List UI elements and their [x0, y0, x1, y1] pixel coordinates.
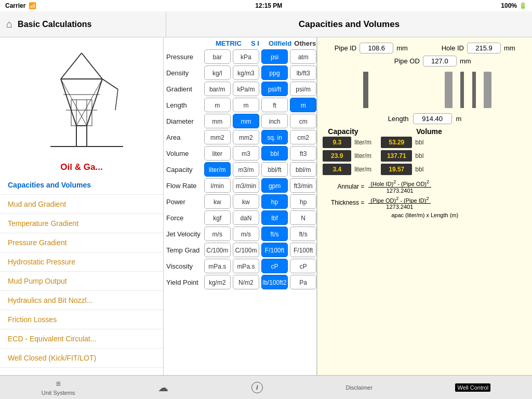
unit-row-label-12: Temp Grad: [164, 246, 202, 254]
unit-btn-length-others[interactable]: m: [290, 98, 316, 112]
sidebar-nav-item-5[interactable]: Mud Pump Output: [0, 272, 163, 291]
unit-btn-viscosity-others[interactable]: cP: [290, 259, 316, 273]
col-header-oilfield: Oilfield: [269, 39, 291, 47]
battery-icon: 🔋: [519, 2, 527, 9]
sidebar-nav-item-3[interactable]: Pressure Gradient: [0, 233, 163, 252]
annular-formula-row: Annular = (Hole ID)2 - (Pipe OD)2 1273.2…: [323, 179, 527, 194]
unit-btn-volume-si[interactable]: m3: [233, 146, 259, 161]
unit-btn-density-others[interactable]: lb/ft3: [290, 65, 316, 80]
unit-btn-yield-point-metric[interactable]: kg/m2: [204, 275, 231, 289]
unit-btn-area-others[interactable]: cm2: [290, 130, 316, 144]
unit-btn-gradient-metric[interactable]: bar/m: [204, 82, 231, 96]
sidebar-nav-item-4[interactable]: Hydrostatic Pressure: [0, 252, 163, 272]
unit-btn-flow-rate-si[interactable]: m3/min: [233, 178, 259, 193]
unit-row-label-14: Yield Point: [164, 278, 202, 286]
unit-btn-force-si[interactable]: daN: [233, 210, 259, 225]
result-row-0: 9.3 liter/m 53.29 bbl: [323, 137, 527, 148]
unit-btn-diameter-metric[interactable]: mm: [204, 114, 231, 128]
unit-btn-capacity-others[interactable]: bbl/m: [290, 162, 316, 177]
unit-row-14: Yield Pointkg/m2N/m2lb/100ft2Pa: [164, 275, 316, 289]
unit-btn-capacity-metric[interactable]: liter/m: [204, 162, 231, 177]
sidebar-nav-item-2[interactable]: Temperature Gradient: [0, 214, 163, 233]
sidebar-nav-item-1[interactable]: Mud and Gradient: [0, 195, 163, 214]
unit-btn-capacity-si[interactable]: m3/m: [233, 162, 259, 177]
unit-btn-power-si[interactable]: kw: [233, 194, 259, 209]
unit-btn-yield-point-oilfield[interactable]: lb/100ft2: [261, 275, 288, 289]
unit-btn-jet-velocity-metric[interactable]: m/s: [204, 227, 231, 241]
unit-btn-pressure-others[interactable]: atm: [290, 49, 316, 64]
col-header-others: Others: [294, 39, 316, 47]
unit-row-10: ForcekgfdaNlbfN: [164, 210, 316, 225]
unit-btn-volume-others[interactable]: ft3: [290, 146, 316, 161]
sidebar-nav-item-0[interactable]: Capacities and Volumes: [0, 176, 163, 195]
unit-btn-viscosity-si[interactable]: mPa.s: [233, 259, 259, 273]
pipe-od-input[interactable]: [423, 56, 457, 66]
unit-btn-diameter-others[interactable]: cm: [290, 114, 316, 128]
unit-btn-yield-point-others[interactable]: Pa: [290, 275, 316, 289]
unit-btn-power-metric[interactable]: kw: [204, 194, 231, 209]
unit-btn-pressure-oilfield[interactable]: psi: [261, 49, 288, 64]
unit-btn-volume-oilfield[interactable]: bbl: [261, 146, 288, 161]
unit-btn-flow-rate-others[interactable]: ft3/min: [290, 178, 316, 193]
unit-btn-diameter-oilfield[interactable]: inch: [261, 114, 288, 128]
hole-id-label: Hole ID: [442, 44, 464, 52]
home-icon[interactable]: ⌂: [6, 18, 12, 30]
unit-btn-length-oilfield[interactable]: ft: [261, 98, 288, 112]
unit-row-2: Gradientbar/mkPa/mpsi/ftpsi/m: [164, 82, 316, 96]
sidebar-nav-item-7[interactable]: Friction Losses: [0, 310, 163, 329]
sidebar-nav-item-9[interactable]: Well Closed (Kick/FIT/LOT): [0, 349, 163, 368]
unit-btn-jet-velocity-si[interactable]: m/s: [233, 227, 259, 241]
toolbar-download[interactable]: ☁: [158, 381, 168, 394]
toolbar-unit-systems[interactable]: ≡ Unit Systems: [42, 379, 75, 396]
unit-btn-area-si[interactable]: mm2: [233, 130, 259, 144]
unit-btn-viscosity-metric[interactable]: mPa.s: [204, 259, 231, 273]
unit-btn-power-others[interactable]: hp: [290, 194, 316, 209]
unit-btn-density-oilfield[interactable]: ppg: [261, 65, 288, 80]
result-capacity-unit-1: liter/m: [354, 152, 378, 159]
unit-btn-temp-grad-oilfield[interactable]: F/100ft: [261, 243, 288, 257]
header-right: Capacities and Volumes: [166, 11, 532, 37]
svg-line-11: [102, 79, 118, 89]
unit-btn-jet-velocity-others[interactable]: ft/s: [290, 227, 316, 241]
header: ⌂ Basic Calculations Capacities and Volu…: [0, 11, 532, 37]
unit-btn-volume-metric[interactable]: liter: [204, 146, 231, 161]
unit-btn-temp-grad-metric[interactable]: C/100m: [204, 243, 231, 257]
unit-btn-area-metric[interactable]: mm2: [204, 130, 231, 144]
unit-btn-temp-grad-si[interactable]: C/100m: [233, 243, 259, 257]
toolbar-disclaimer[interactable]: Disclaimer: [345, 384, 372, 391]
length-input[interactable]: [413, 113, 452, 124]
unit-btn-yield-point-si[interactable]: N/m2: [233, 275, 259, 289]
sidebar-nav-item-6[interactable]: Hydraulics and Bit Nozzl...: [0, 291, 163, 310]
unit-row-label-3: Length: [164, 101, 202, 109]
unit-btn-flow-rate-metric[interactable]: l/min: [204, 178, 231, 193]
unit-btn-viscosity-oilfield[interactable]: cP: [261, 259, 288, 273]
unit-btn-length-metric[interactable]: m: [204, 98, 231, 112]
unit-btn-diameter-si[interactable]: mm: [233, 114, 259, 128]
unit-btn-gradient-others[interactable]: psi/m: [290, 82, 316, 96]
unit-btn-area-oilfield[interactable]: sq. in: [261, 130, 288, 144]
toolbar-well-control[interactable]: Well Control: [455, 383, 490, 392]
unit-btn-force-others[interactable]: N: [290, 210, 316, 225]
unit-btn-density-metric[interactable]: kg/l: [204, 65, 231, 80]
svg-rect-16: [363, 72, 368, 108]
unit-btn-pressure-si[interactable]: kPa: [233, 49, 259, 64]
top-inputs-row: Pipe ID mm Hole ID mm: [323, 43, 527, 54]
unit-btn-capacity-oilfield[interactable]: bbl/ft: [261, 162, 288, 177]
unit-btn-flow-rate-oilfield[interactable]: gpm: [261, 178, 288, 193]
unit-btn-pressure-metric[interactable]: bar: [204, 49, 231, 64]
unit-btn-length-si[interactable]: m: [233, 98, 259, 112]
unit-btn-density-si[interactable]: kg/m3: [233, 65, 259, 80]
unit-btn-temp-grad-others[interactable]: F/100ft: [290, 243, 316, 257]
unit-btn-gradient-si[interactable]: kPa/m: [233, 82, 259, 96]
pipe-id-group: Pipe ID mm: [335, 43, 408, 54]
sidebar-nav-item-8[interactable]: ECD - Equivalent Circulat...: [0, 329, 163, 349]
unit-btn-force-metric[interactable]: kgf: [204, 210, 231, 225]
svg-line-5: [82, 53, 102, 79]
unit-btn-force-oilfield[interactable]: lbf: [261, 210, 288, 225]
pipe-id-input[interactable]: [360, 43, 393, 54]
unit-btn-jet-velocity-oilfield[interactable]: ft/s: [261, 227, 288, 241]
unit-btn-gradient-oilfield[interactable]: psi/ft: [261, 82, 288, 96]
hole-id-input[interactable]: [467, 43, 501, 54]
toolbar-info[interactable]: i: [251, 382, 263, 393]
unit-btn-power-oilfield[interactable]: hp: [261, 194, 288, 209]
